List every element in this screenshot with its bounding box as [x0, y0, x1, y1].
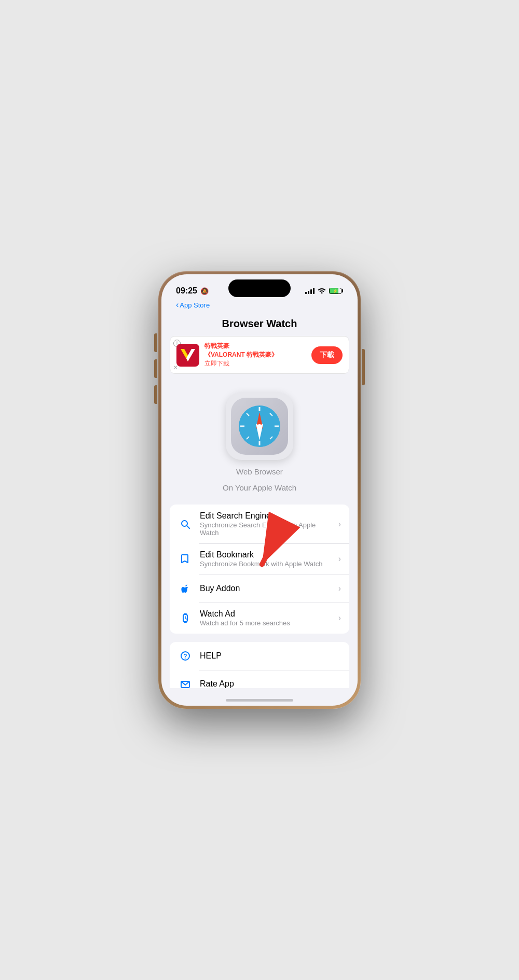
menu-subtitle-edit-search: Synchronize Search Engine with Apple Wat…	[200, 521, 331, 537]
menu-title-edit-bookmark: Edit Bookmark	[200, 550, 331, 559]
menu-text-edit-search: Edit Search Engine Synchronize Search En…	[200, 511, 331, 537]
svg-rect-20	[184, 613, 187, 614]
svg-line-16	[187, 526, 189, 528]
ad-text: 特戰英豪 《VALORANT 特戰英豪》 立即下載	[204, 342, 306, 368]
svg-point-14	[257, 424, 262, 428]
dynamic-island	[228, 279, 291, 297]
menu-item-edit-bookmark[interactable]: Edit Bookmark Synchronize Bookmark with …	[170, 543, 349, 575]
menu-title-buy-addon: Buy Addon	[200, 584, 331, 593]
app-icon-wrapper	[226, 393, 293, 460]
app-icon-section: Web Browser On Your Apple Watch	[161, 382, 358, 505]
ad-logo	[176, 344, 199, 367]
search-icon	[178, 517, 193, 531]
menu-section-1: Edit Search Engine Synchronize Search En…	[170, 505, 349, 634]
ad-subtitle: 立即下載	[204, 359, 306, 368]
svg-line-19	[185, 618, 187, 619]
bell-icon: 🔕	[200, 287, 209, 295]
chevron-right-icon: ›	[338, 520, 341, 529]
status-right: ⚡	[305, 287, 343, 295]
ad-close-icon[interactable]: ✕	[173, 365, 177, 370]
battery-icon: ⚡	[329, 288, 343, 294]
chevron-right-icon-4: ›	[338, 613, 341, 623]
menu-title-watch-ad: Watch Ad	[200, 609, 331, 619]
menu-item-edit-search[interactable]: Edit Search Engine Synchronize Search En…	[170, 505, 349, 543]
status-left: 09:25 🔕	[176, 286, 209, 296]
menu-text-edit-bookmark: Edit Bookmark Synchronize Bookmark with …	[200, 550, 331, 568]
home-bar	[226, 699, 293, 702]
book-icon	[178, 552, 193, 566]
menu-text-help: HELP	[200, 651, 341, 661]
status-sub: ‹ App Store	[161, 300, 358, 313]
menu-item-buy-addon[interactable]: Buy Addon ›	[170, 575, 349, 603]
status-time: 09:25	[176, 286, 197, 296]
phone-frame: 09:25 🔕 ⚡	[158, 271, 361, 709]
svg-rect-21	[184, 622, 187, 623]
menu-subtitle-watch-ad: Watch ad for 5 more searches	[200, 619, 331, 627]
menu-text-rate-app: Rate App	[200, 679, 341, 688]
menu-subtitle-edit-bookmark: Synchronize Bookmark with Apple Watch	[200, 560, 331, 568]
watch-face	[231, 398, 288, 455]
back-chevron-icon: ‹	[176, 300, 179, 310]
watch-icon	[178, 611, 193, 625]
menu-title-help: HELP	[200, 651, 341, 661]
svg-text:?: ?	[183, 653, 187, 660]
ad-banner[interactable]: i 特戰英豪 《VALORANT 特戰英豪》 立即下載 下載 ✕	[170, 336, 349, 374]
ad-title-main: 《VALORANT 特戰英豪》	[204, 351, 306, 359]
app-subtitle2: On Your Apple Watch	[223, 483, 296, 492]
menu-title-edit-search: Edit Search Engine	[200, 511, 331, 521]
menu-text-buy-addon: Buy Addon	[200, 584, 331, 593]
apple-icon	[178, 581, 193, 596]
menu-text-watch-ad: Watch Ad Watch ad for 5 more searches	[200, 609, 331, 627]
app-subtitle1: Web Browser	[236, 467, 283, 476]
chevron-right-icon-3: ›	[338, 584, 341, 593]
chevron-right-icon-2: ›	[338, 554, 341, 564]
menu-item-help[interactable]: ? HELP	[170, 642, 349, 670]
help-icon: ?	[178, 649, 193, 663]
menu-title-rate-app: Rate App	[200, 679, 341, 688]
ad-download-button[interactable]: 下載	[311, 346, 343, 364]
phone-screen: 09:25 🔕 ⚡	[161, 274, 358, 706]
menu-item-rate-app[interactable]: Rate App	[170, 670, 349, 688]
wifi-icon	[318, 287, 326, 295]
menu-section-2: ? HELP Rate App	[170, 642, 349, 688]
back-link[interactable]: ‹ App Store	[176, 300, 343, 310]
back-label: App Store	[180, 301, 210, 309]
page-title: Browser Watch	[161, 313, 358, 336]
svg-rect-0	[179, 346, 197, 365]
mail-icon	[178, 677, 193, 688]
ad-title-cn: 特戰英豪	[204, 342, 306, 351]
signal-icon	[305, 288, 315, 294]
home-indicator	[161, 688, 358, 706]
scroll-content[interactable]: Browser Watch i 特戰英豪 《VALORANT 特戰英豪》 立即下…	[161, 313, 358, 688]
menu-item-watch-ad[interactable]: Watch Ad Watch ad for 5 more searches ›	[170, 603, 349, 634]
